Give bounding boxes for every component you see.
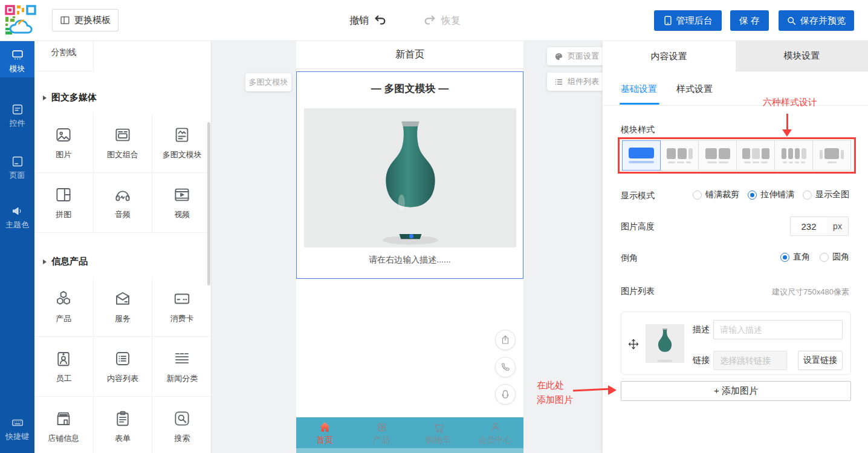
section-header-info-products[interactable]: 信息产品 <box>34 256 212 267</box>
style-option-5[interactable] <box>774 140 813 171</box>
radio-icon-checked <box>780 253 789 262</box>
component-item-service[interactable]: 服务 <box>94 277 153 337</box>
rail-item-pages[interactable]: 页面 <box>0 155 34 181</box>
modules-icon <box>11 48 24 62</box>
component-item-news-category[interactable]: 新闻分类 <box>152 337 212 397</box>
envelope-icon <box>114 290 132 308</box>
image-thumbnail[interactable] <box>646 324 684 363</box>
share-fab[interactable] <box>495 330 516 350</box>
corner-options: 直角 圆角 <box>780 252 849 262</box>
keyboard-icon <box>11 416 24 429</box>
style-option-4[interactable] <box>736 140 775 171</box>
redo-button[interactable]: 恢复 <box>423 11 461 30</box>
phone-bottom-nav: 首页 产品 购物车 会员中心 <box>296 417 523 448</box>
component-item-form[interactable]: 表单 <box>94 397 153 453</box>
nav-item-products[interactable]: 产品 <box>353 417 410 448</box>
left-rail: 模块 控件 页面 主题色 快捷键 <box>0 41 34 453</box>
palette-icon <box>554 52 563 61</box>
component-item-image-text-combo[interactable]: 图文组合 <box>94 113 153 173</box>
style-option-1-selected[interactable] <box>622 140 661 171</box>
rail-item-theme-color[interactable]: 主题色 <box>0 204 34 230</box>
save-button[interactable]: 保 存 <box>730 10 769 31</box>
save-and-preview-button[interactable]: 保存并预览 <box>779 10 854 31</box>
corner-label: 倒角 <box>621 253 638 264</box>
phone-page-title: 新首页 <box>296 41 523 69</box>
nav-item-home[interactable]: 首页 <box>296 417 353 448</box>
module-style-label: 模块样式 <box>621 125 655 135</box>
id-badge-icon <box>54 350 73 368</box>
qq-fab[interactable] <box>495 384 516 405</box>
change-template-button[interactable]: 更换模板 <box>52 9 118 31</box>
subtab-basic-settings[interactable]: 基础设置 <box>621 83 657 95</box>
redo-icon <box>423 14 436 27</box>
search-box-icon <box>173 409 191 428</box>
radio-icon <box>820 253 829 262</box>
desc-input[interactable] <box>713 320 843 339</box>
list-menu-icon <box>554 77 563 86</box>
set-link-button[interactable]: 设置链接 <box>798 351 843 370</box>
component-list-button[interactable]: 组件列表 <box>547 73 607 91</box>
image-height-unit: px <box>827 217 849 236</box>
nav-item-cart[interactable]: 购物车 <box>410 417 467 448</box>
image-height-input[interactable] <box>790 217 828 236</box>
component-item-consume-card[interactable]: 消费卡 <box>152 277 212 337</box>
radio-icon <box>803 191 812 200</box>
component-panel: 分割线 图文多媒体 图片 图文组合 多图文模块 拼图 音频 视频 <box>34 41 212 453</box>
component-item-image[interactable]: 图片 <box>34 113 94 173</box>
component-item-search[interactable]: 搜索 <box>152 397 212 453</box>
phone-fab[interactable] <box>495 357 516 377</box>
add-image-button[interactable]: + 添加图片 <box>621 381 851 401</box>
section-header-media[interactable]: 图文多媒体 <box>34 92 212 103</box>
module-description: 请在右边输入描述...... <box>297 255 523 266</box>
style-option-2[interactable] <box>660 140 699 171</box>
cart-icon <box>432 420 445 434</box>
admin-backend-button[interactable]: 管理后台 <box>654 10 722 31</box>
module-style-options <box>622 140 851 171</box>
rail-item-controls[interactable]: 控件 <box>0 103 34 129</box>
home-icon <box>318 420 332 434</box>
app-logo <box>5 5 36 36</box>
page-settings-button[interactable]: 页面设置 <box>547 47 607 65</box>
video-icon <box>173 186 191 204</box>
panel-scrollbar[interactable] <box>207 122 210 285</box>
radio-round-corner[interactable]: 圆角 <box>820 252 849 262</box>
editor-canvas: 多图文模块 新首页 — 多图文模块 — <box>212 41 603 453</box>
undo-button[interactable]: 撤销 <box>349 11 387 30</box>
tab-content-settings[interactable]: 内容设置 <box>603 41 736 71</box>
image-icon <box>54 126 73 144</box>
rail-item-shortcuts[interactable]: 快捷键 <box>0 416 34 442</box>
radio-right-angle[interactable]: 直角 <box>780 252 810 262</box>
radio-fill-crop[interactable]: 铺满裁剪 <box>693 189 739 200</box>
change-template-label: 更换模板 <box>74 15 111 26</box>
component-item-multi-image-module[interactable]: 多图文模块 <box>152 113 212 173</box>
radio-stretch-fill[interactable]: 拉伸铺满 <box>748 189 794 200</box>
link-input[interactable] <box>713 351 787 370</box>
vase-image <box>350 119 471 247</box>
component-item-shop-info[interactable]: 店铺信息 <box>34 397 94 453</box>
template-icon <box>60 15 70 25</box>
rail-item-modules[interactable]: 模块 <box>0 41 34 77</box>
component-item-video[interactable]: 视频 <box>152 173 212 233</box>
component-item-puzzle[interactable]: 拼图 <box>34 173 94 233</box>
tab-module-settings[interactable]: 模块设置 <box>736 41 868 71</box>
subtab-style-settings[interactable]: 样式设置 <box>676 83 713 95</box>
display-mode-label: 显示模式 <box>621 191 655 201</box>
info-products-grid: 产品 服务 消费卡 员工 内容列表 新闻分类 店铺信息 表单 <box>34 277 212 453</box>
multi-image-module-selected[interactable]: — 多图文模块 — 请在右边输入描述...... <box>296 71 523 279</box>
style-option-6[interactable] <box>812 140 851 171</box>
radio-show-full[interactable]: 显示全图 <box>803 189 849 200</box>
module-floating-label: 多图文模块 <box>245 73 291 91</box>
component-item-content-list[interactable]: 内容列表 <box>94 337 153 397</box>
drag-handle-icon[interactable] <box>627 338 640 350</box>
cubes-icon <box>54 290 73 308</box>
nav-item-member-center[interactable]: 会员中心 <box>467 417 523 448</box>
component-item-product[interactable]: 产品 <box>34 277 94 337</box>
module-image[interactable] <box>304 108 516 247</box>
chevron-right-icon <box>43 96 47 100</box>
component-item-divider[interactable]: 分割线 <box>34 41 94 71</box>
component-item-staff[interactable]: 员工 <box>34 337 94 397</box>
component-item-audio[interactable]: 音频 <box>94 173 153 233</box>
style-option-3[interactable] <box>698 140 737 171</box>
display-mode-options: 铺满裁剪 拉伸铺满 显示全图 <box>693 189 849 200</box>
top-toolbar: 更换模板 撤销 恢复 管理后台 保 存 保存并预览 <box>0 0 868 41</box>
